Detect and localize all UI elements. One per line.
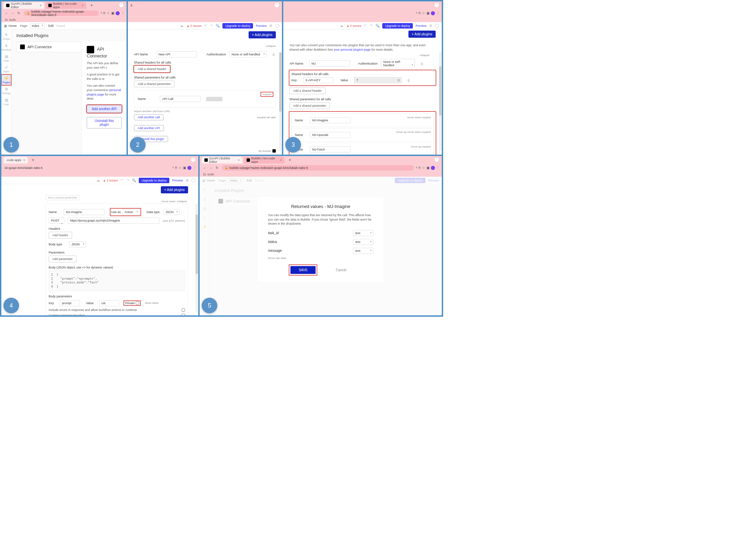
add-plugins-button[interactable]: + Add plugins bbox=[249, 31, 276, 38]
reload-icon[interactable]: ↻ bbox=[16, 11, 21, 16]
add-shared-parameter-button[interactable]: Add a shared parameter bbox=[289, 102, 330, 109]
sidebar-item-settings[interactable]: ⚙Settings bbox=[1, 85, 11, 96]
add-shared-header-button[interactable]: Add a shared header bbox=[134, 66, 170, 72]
trash-icon[interactable]: 🗑 bbox=[272, 53, 275, 56]
gear-icon[interactable]: ⚙ bbox=[186, 178, 189, 182]
address-bar[interactable]: 🔒bubble.io/page?name=index&id=goapi-9441… bbox=[222, 165, 414, 171]
capture-headers-checkbox[interactable] bbox=[182, 314, 185, 315]
add-parameter-button[interactable]: Add parameter bbox=[49, 256, 77, 262]
field-type-select[interactable]: text bbox=[353, 230, 373, 236]
redo-icon[interactable]: ↷ bbox=[370, 23, 373, 28]
trash-icon[interactable]: 🗑 bbox=[420, 62, 424, 66]
search-icon[interactable]: 🔍 bbox=[216, 24, 220, 28]
uninstall-plugin-button[interactable]: Uninstall this plugin bbox=[87, 117, 122, 128]
user-avatar[interactable] bbox=[191, 178, 196, 182]
share-icon[interactable]: ⎘ bbox=[175, 166, 177, 170]
share-icon[interactable]: ⎘ bbox=[103, 11, 105, 15]
gtranslate-icon[interactable]: ᵍ bbox=[416, 166, 417, 170]
data-type-select[interactable]: JSON bbox=[163, 209, 180, 215]
include-errors-checkbox[interactable] bbox=[182, 308, 185, 312]
import-curl-link[interactable]: Import another call from cURL bbox=[134, 110, 276, 113]
sidebar-item-plugins[interactable]: ⚡Plugins bbox=[1, 74, 11, 85]
undo-icon[interactable]: ↶ bbox=[204, 23, 207, 28]
bp-value-input[interactable] bbox=[99, 300, 119, 306]
gtranslate-icon[interactable]: ᵍ bbox=[101, 11, 102, 15]
search-icon[interactable]: 🔍 bbox=[132, 178, 136, 182]
undo-icon[interactable]: ↶ bbox=[120, 178, 123, 182]
extensions-icon[interactable]: ▣ bbox=[183, 166, 186, 170]
extensions-icon[interactable]: ▣ bbox=[111, 11, 114, 15]
edit-mode[interactable]: Edit bbox=[48, 24, 54, 28]
star-icon[interactable]: ☆ bbox=[422, 11, 425, 15]
site-info-icon[interactable]: 🔒 bbox=[225, 166, 228, 169]
browser-tab-1[interactable]: GoAPI | Bubble Editor× bbox=[202, 157, 242, 163]
close-tab-icon[interactable]: × bbox=[40, 4, 41, 7]
call-name-input[interactable] bbox=[310, 132, 351, 138]
folder-icon[interactable]: 🗀 bbox=[5, 18, 8, 21]
forward-icon[interactable]: → bbox=[208, 166, 213, 170]
issues-indicator[interactable]: ▲ 2 issues bbox=[346, 24, 361, 28]
profile-avatar[interactable] bbox=[431, 11, 435, 15]
profile-avatar[interactable] bbox=[116, 11, 120, 15]
expand-all-link[interactable]: expand all calls bbox=[257, 116, 276, 119]
user-avatar[interactable] bbox=[275, 24, 279, 28]
profile-avatar[interactable] bbox=[187, 166, 191, 170]
truncated-button[interactable]: Add a shared parameter bbox=[46, 195, 80, 200]
gear-icon[interactable]: ⚙ bbox=[269, 24, 272, 28]
kebab-icon[interactable]: ⋮ bbox=[436, 11, 440, 15]
call-name-input[interactable] bbox=[64, 209, 104, 215]
gear-icon[interactable]: ⚙ bbox=[429, 24, 432, 28]
reload-icon[interactable]: ↻ bbox=[215, 166, 219, 170]
close-tab-icon[interactable]: × bbox=[238, 158, 240, 162]
add-another-api-button[interactable]: Add another API bbox=[134, 125, 164, 131]
show-raw-link[interactable]: Show raw data bbox=[268, 257, 373, 260]
collapse-link[interactable]: collapse bbox=[266, 45, 276, 48]
add-another-api-button[interactable]: Add another API bbox=[87, 105, 122, 113]
gtranslate-icon[interactable]: ᵍ bbox=[416, 11, 417, 15]
scrollbar-thumb[interactable] bbox=[196, 214, 198, 274]
star-icon[interactable]: ☆ bbox=[179, 166, 182, 170]
bookmark-folder[interactable]: tools bbox=[9, 18, 16, 21]
star-icon[interactable]: ☆ bbox=[422, 166, 425, 170]
issues-indicator[interactable]: ▲ 2 issues bbox=[186, 24, 201, 28]
close-tab-icon[interactable]: × bbox=[82, 4, 84, 7]
plugin-list-item[interactable]: API Connector bbox=[16, 41, 84, 52]
site-info-icon[interactable]: 🔒 bbox=[27, 12, 30, 15]
private-checkbox[interactable] bbox=[136, 301, 139, 305]
auth-select[interactable]: None or self-handled bbox=[381, 59, 415, 68]
close-tab-icon[interactable]: × bbox=[280, 158, 282, 162]
field-type-select[interactable]: text bbox=[353, 248, 373, 254]
personal-plugins-link[interactable]: your personal plugins page bbox=[334, 48, 371, 51]
header-value-input[interactable] bbox=[354, 77, 402, 83]
use-as-select[interactable]: Action bbox=[122, 209, 140, 215]
kebab-icon[interactable]: ⋮ bbox=[436, 166, 440, 170]
new-tab-button[interactable]: + bbox=[286, 157, 294, 163]
cloud-icon[interactable]: ☁ bbox=[96, 178, 100, 182]
add-shared-parameter-button[interactable]: Add a shared parameter bbox=[134, 81, 174, 87]
api-name-input[interactable] bbox=[156, 51, 197, 57]
add-another-call-button[interactable]: Add another call bbox=[134, 114, 164, 120]
issues-indicator[interactable]: ▲ 2 issues bbox=[103, 179, 118, 182]
sidebar-item-styles[interactable]: ✐Styles bbox=[1, 64, 11, 74]
tab-overflow-icon[interactable]: ˅ bbox=[119, 3, 124, 7]
endpoint-input[interactable] bbox=[68, 217, 159, 224]
call-name-input[interactable] bbox=[310, 146, 351, 153]
back-icon[interactable]: ← bbox=[4, 11, 9, 16]
kebab-icon[interactable]: ⋮ bbox=[193, 166, 196, 170]
tab-overflow-icon[interactable]: ˅ bbox=[434, 157, 439, 162]
sidebar-item-workflow[interactable]: ⋔Workflow bbox=[1, 42, 11, 53]
trash-icon[interactable]: 🗑 bbox=[407, 79, 410, 82]
browser-tab-2[interactable]: Bubble | No-code apps× bbox=[46, 2, 86, 9]
address-bar[interactable]: 🔒bubble.io/page?name=index&id=goapi-9441… bbox=[24, 11, 99, 16]
auth-select[interactable]: None or self-handled bbox=[229, 51, 267, 57]
move-down-link[interactable]: move down bbox=[162, 200, 175, 203]
call-controls[interactable]: move up expand bbox=[411, 145, 431, 148]
profile-avatar[interactable] bbox=[431, 166, 435, 170]
add-shared-header-button[interactable]: Add a shared header bbox=[289, 87, 325, 94]
bp-key-input[interactable] bbox=[60, 300, 80, 306]
header-key-input[interactable] bbox=[303, 77, 334, 83]
folder-icon[interactable]: 🗀 bbox=[203, 173, 206, 176]
scrollbar-thumb[interactable] bbox=[439, 66, 441, 116]
call-name-input[interactable] bbox=[160, 96, 201, 102]
redo-icon[interactable]: ↷ bbox=[126, 178, 129, 182]
